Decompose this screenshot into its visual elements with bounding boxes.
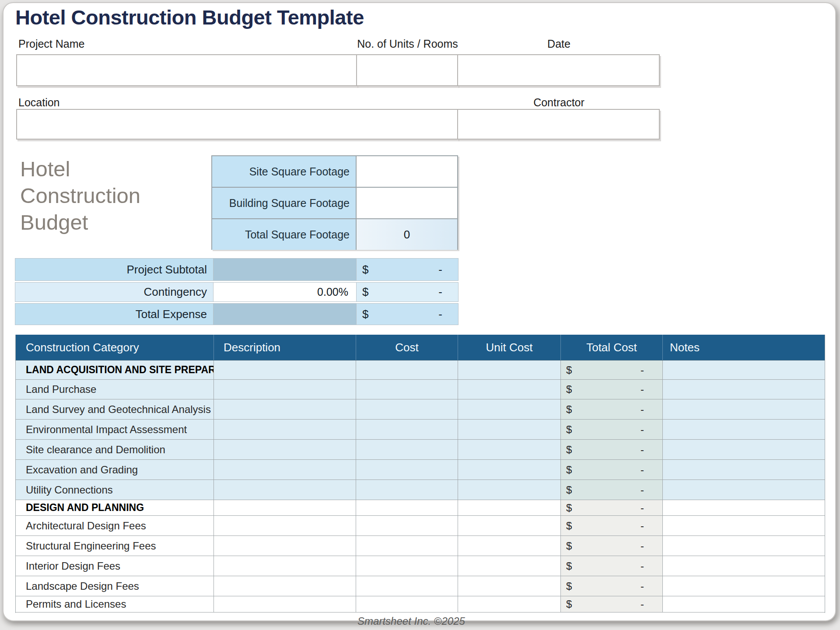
unit-cost-cell[interactable] — [458, 460, 561, 480]
total-cost-cell[interactable]: $- — [561, 380, 663, 399]
cost-cell[interactable] — [356, 360, 458, 379]
cost-cell[interactable] — [356, 556, 458, 576]
square-footage-row-label: Building Square Footage — [212, 188, 357, 218]
unit-cost-cell[interactable] — [458, 480, 561, 500]
square-footage-value-cell[interactable] — [357, 188, 457, 218]
notes-cell[interactable] — [663, 460, 825, 480]
currency-symbol: $ — [566, 364, 572, 376]
description-cell[interactable] — [214, 420, 356, 439]
description-cell[interactable] — [214, 480, 356, 500]
page-title: Hotel Construction Budget Template — [15, 5, 364, 29]
summary-input-cell[interactable]: 0.00% — [213, 283, 357, 301]
unit-cost-cell[interactable] — [458, 440, 561, 459]
unit-cost-cell[interactable] — [458, 576, 561, 596]
summary-amount-cell: $- — [357, 259, 458, 280]
total-cost-cell[interactable]: $- — [561, 516, 663, 536]
category-cell: DESIGN AND PLANNING — [16, 500, 214, 515]
category-cell: Landscape Design Fees — [16, 576, 214, 596]
description-cell[interactable] — [214, 380, 356, 399]
notes-cell[interactable] — [663, 500, 825, 515]
unit-cost-cell[interactable] — [458, 596, 561, 612]
category-cell: Land Survey and Geotechnical Analysis — [16, 399, 214, 419]
summary-input-cell — [213, 259, 357, 280]
units-rooms-label: No. of Units / Rooms — [357, 38, 458, 50]
cost-cell[interactable] — [356, 480, 458, 500]
budget-row: Architectural Design Fees$- — [16, 516, 825, 536]
unit-cost-cell[interactable] — [458, 536, 561, 556]
cost-cell[interactable] — [356, 500, 458, 515]
unit-cost-cell[interactable] — [458, 380, 561, 399]
budget-table-header: Construction CategoryDescriptionCostUnit… — [16, 335, 825, 360]
notes-cell[interactable] — [663, 556, 825, 576]
unit-cost-cell[interactable] — [458, 516, 561, 536]
unit-cost-cell[interactable] — [458, 500, 561, 515]
cost-cell[interactable] — [356, 440, 458, 459]
description-cell[interactable] — [214, 440, 356, 459]
notes-cell[interactable] — [663, 399, 825, 419]
total-cost-cell[interactable]: $- — [561, 576, 663, 596]
currency-symbol: $ — [566, 383, 572, 396]
amount-value: - — [640, 444, 644, 456]
category-cell: Site clearance and Demolition — [16, 440, 214, 459]
location-input[interactable] — [16, 109, 458, 140]
section-header-row: LAND ACQUISITION AND SITE PREPARATION$- — [16, 360, 825, 380]
unit-cost-cell[interactable] — [458, 556, 561, 576]
summary-row-label: Project Subtotal — [15, 259, 213, 280]
description-cell[interactable] — [214, 500, 356, 515]
budget-row: Excavation and Grading$- — [16, 460, 825, 480]
budget-row: Permits and Licenses$- — [16, 596, 825, 612]
square-footage-row: Building Square Footage — [212, 188, 457, 219]
description-cell[interactable] — [214, 360, 356, 379]
footer-credit: Smartsheet Inc. ©2025 — [15, 615, 807, 627]
description-cell[interactable] — [214, 536, 356, 556]
amount-value: - — [640, 403, 644, 416]
currency-symbol: $ — [362, 308, 368, 321]
summary-amount-cell: $- — [357, 304, 458, 325]
description-cell[interactable] — [214, 576, 356, 596]
amount-value: - — [640, 464, 644, 476]
notes-cell[interactable] — [663, 480, 825, 500]
description-cell[interactable] — [214, 556, 356, 576]
cost-cell[interactable] — [356, 536, 458, 556]
notes-cell[interactable] — [663, 440, 825, 459]
location-label: Location — [18, 96, 60, 109]
project-name-input[interactable] — [16, 54, 357, 86]
cost-cell[interactable] — [356, 460, 458, 480]
notes-cell[interactable] — [663, 420, 825, 439]
total-cost-cell[interactable]: $- — [561, 420, 663, 439]
cost-cell[interactable] — [356, 576, 458, 596]
contractor-input[interactable] — [457, 109, 660, 140]
description-cell[interactable] — [214, 399, 356, 419]
cost-cell[interactable] — [356, 399, 458, 419]
total-cost-cell[interactable]: $- — [561, 500, 663, 515]
total-cost-cell[interactable]: $- — [561, 460, 663, 480]
unit-cost-cell[interactable] — [458, 360, 561, 379]
total-cost-cell[interactable]: $- — [561, 360, 663, 379]
total-cost-cell[interactable]: $- — [561, 440, 663, 459]
notes-cell[interactable] — [663, 380, 825, 399]
cost-cell[interactable] — [356, 420, 458, 439]
total-cost-cell[interactable]: $- — [561, 536, 663, 556]
currency-symbol: $ — [566, 464, 572, 476]
notes-cell[interactable] — [663, 576, 825, 596]
total-cost-cell[interactable]: $- — [561, 480, 663, 500]
cost-cell[interactable] — [356, 516, 458, 536]
notes-cell[interactable] — [663, 596, 825, 612]
description-cell[interactable] — [214, 460, 356, 480]
description-cell[interactable] — [214, 516, 356, 536]
cost-cell[interactable] — [356, 596, 458, 612]
unit-cost-cell[interactable] — [458, 399, 561, 419]
notes-cell[interactable] — [663, 536, 825, 556]
date-input[interactable] — [457, 54, 660, 86]
notes-cell[interactable] — [663, 516, 825, 536]
total-cost-cell[interactable]: $- — [561, 556, 663, 576]
cost-cell[interactable] — [356, 380, 458, 399]
notes-cell[interactable] — [663, 360, 825, 379]
square-footage-value-cell[interactable] — [357, 156, 457, 187]
total-cost-cell[interactable]: $- — [561, 596, 663, 612]
total-cost-cell[interactable]: $- — [561, 399, 663, 419]
units-rooms-input[interactable] — [356, 54, 458, 86]
description-cell[interactable] — [214, 596, 356, 612]
unit-cost-cell[interactable] — [458, 420, 561, 439]
category-cell: LAND ACQUISITION AND SITE PREPARATION — [16, 360, 214, 379]
